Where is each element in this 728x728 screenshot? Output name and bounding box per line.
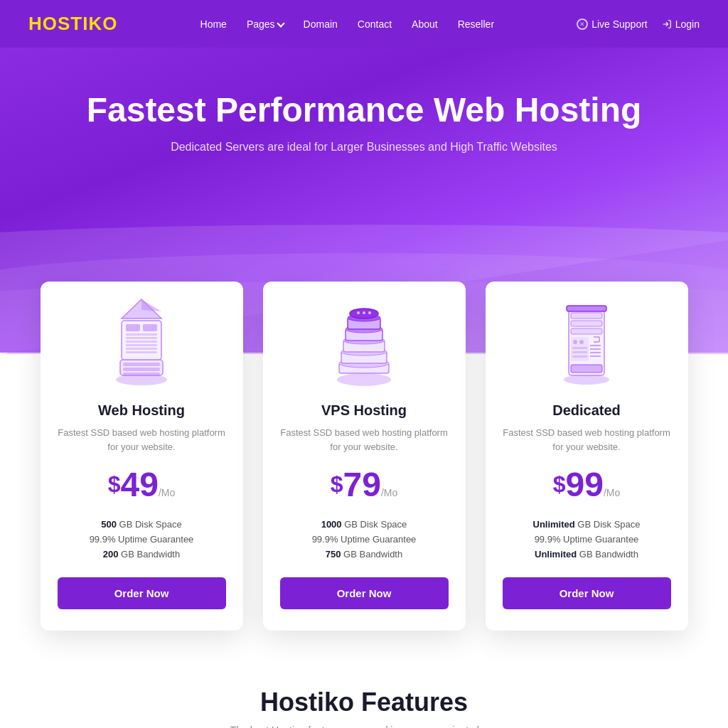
nav-links: Home Pages Domain Contact About Reseller bbox=[200, 18, 495, 30]
nav-home[interactable]: Home bbox=[200, 18, 227, 30]
features-subtitle: The best Hosting features you need in on… bbox=[28, 724, 700, 728]
svg-rect-13 bbox=[126, 348, 157, 350]
dedicated-icon bbox=[486, 282, 688, 395]
order-vps-button[interactable]: Order Now bbox=[280, 577, 449, 609]
nav-about[interactable]: About bbox=[412, 18, 438, 30]
plan-vps-title: VPS Hosting bbox=[263, 402, 466, 419]
svg-rect-35 bbox=[571, 321, 602, 326]
feature-bandwidth: 750 GB Bandwidth bbox=[263, 547, 466, 562]
web-hosting-icon bbox=[41, 282, 243, 395]
plan-web-desc: Fastest SSD based web hosting platform f… bbox=[41, 426, 243, 454]
svg-rect-47 bbox=[572, 347, 587, 349]
svg-rect-9 bbox=[126, 333, 157, 336]
svg-rect-3 bbox=[123, 363, 160, 366]
svg-rect-34 bbox=[571, 313, 602, 318]
plan-vps-price: $79/Mo bbox=[263, 465, 466, 504]
svg-rect-5 bbox=[123, 373, 160, 376]
plan-web-features: 500 GB Disk Space 99.9% Uptime Guarantee… bbox=[41, 517, 243, 562]
feature-uptime: 99.9% Uptime Guarantee bbox=[263, 532, 466, 547]
svg-rect-7 bbox=[126, 324, 140, 331]
plan-dedicated: Dedicated Fastest SSD based web hosting … bbox=[486, 282, 688, 631]
nav-pages[interactable]: Pages bbox=[247, 18, 284, 30]
feature-uptime: 99.9% Uptime Guarantee bbox=[486, 532, 688, 547]
features-section: Hostiko Features The best Hosting featur… bbox=[0, 631, 728, 728]
svg-rect-36 bbox=[571, 328, 602, 334]
svg-point-45 bbox=[573, 340, 577, 344]
plan-dedicated-title: Dedicated bbox=[486, 402, 688, 419]
plan-web-hosting: Web Hosting Fastest SSD based web hostin… bbox=[41, 282, 243, 631]
nav-reseller[interactable]: Reseller bbox=[458, 18, 494, 30]
feature-disk: 1000 GB Disk Space bbox=[263, 517, 466, 532]
nav-contact[interactable]: Contact bbox=[358, 18, 392, 30]
hero-subheading: Dedicated Servers are ideal for Larger B… bbox=[28, 141, 700, 154]
svg-rect-11 bbox=[126, 341, 157, 343]
login-link[interactable]: Login bbox=[662, 18, 700, 30]
order-web-button[interactable]: Order Now bbox=[58, 577, 226, 609]
svg-rect-10 bbox=[126, 337, 157, 339]
plan-dedicated-desc: Fastest SSD based web hosting platform f… bbox=[486, 426, 688, 454]
order-dedicated-button[interactable]: Order Now bbox=[503, 577, 671, 609]
live-support-icon: ✕ bbox=[577, 18, 588, 30]
svg-point-29 bbox=[357, 311, 360, 314]
feature-uptime: 99.9% Uptime Guarantee bbox=[41, 532, 243, 547]
logo[interactable]: HOSTIKO bbox=[28, 13, 117, 35]
vps-hosting-icon bbox=[263, 282, 466, 395]
plan-dedicated-price: $99/Mo bbox=[486, 465, 688, 504]
svg-rect-51 bbox=[567, 306, 606, 311]
feature-disk: Unlimited GB Disk Space bbox=[486, 517, 688, 532]
plan-web-price: $49/Mo bbox=[41, 465, 243, 504]
hero-heading: Fastest Performance Web Hosting bbox=[28, 90, 700, 129]
plan-vps-hosting: VPS Hosting Fastest SSD based web hostin… bbox=[263, 282, 466, 631]
svg-point-31 bbox=[368, 311, 371, 314]
pricing-cards: Web Hosting Fastest SSD based web hostin… bbox=[0, 282, 728, 631]
svg-point-32 bbox=[564, 375, 609, 385]
svg-rect-8 bbox=[143, 324, 157, 331]
nav-right: ✕ Live Support Login bbox=[577, 18, 700, 30]
features-heading: Hostiko Features bbox=[28, 687, 700, 717]
svg-marker-16 bbox=[141, 299, 161, 311]
svg-rect-48 bbox=[572, 351, 587, 353]
live-support-link[interactable]: ✕ Live Support bbox=[577, 18, 648, 30]
svg-rect-49 bbox=[572, 355, 587, 358]
feature-bandwidth: Unlimited GB Bandwidth bbox=[486, 547, 688, 562]
svg-rect-12 bbox=[126, 344, 157, 346]
svg-rect-14 bbox=[126, 351, 157, 353]
feature-disk: 500 GB Disk Space bbox=[41, 517, 243, 532]
svg-point-30 bbox=[363, 311, 365, 314]
nav-domain[interactable]: Domain bbox=[304, 18, 338, 30]
logo-text-part2: KO bbox=[88, 13, 117, 34]
chevron-down-icon bbox=[277, 19, 284, 27]
plan-dedicated-features: Unlimited GB Disk Space 99.9% Uptime Gua… bbox=[486, 517, 688, 562]
plan-web-title: Web Hosting bbox=[41, 402, 243, 419]
svg-point-46 bbox=[579, 340, 584, 344]
logo-text-part1: HOSTI bbox=[28, 13, 88, 34]
plan-vps-desc: Fastest SSD based web hosting platform f… bbox=[263, 426, 466, 454]
svg-rect-50 bbox=[571, 365, 602, 373]
feature-bandwidth: 200 GB Bandwidth bbox=[41, 547, 243, 562]
navbar: HOSTIKO Home Pages Domain Contact About … bbox=[0, 0, 728, 48]
svg-rect-4 bbox=[123, 368, 160, 371]
plan-vps-features: 1000 GB Disk Space 99.9% Uptime Guarante… bbox=[263, 517, 466, 562]
svg-point-17 bbox=[337, 373, 391, 386]
login-icon bbox=[662, 19, 672, 29]
